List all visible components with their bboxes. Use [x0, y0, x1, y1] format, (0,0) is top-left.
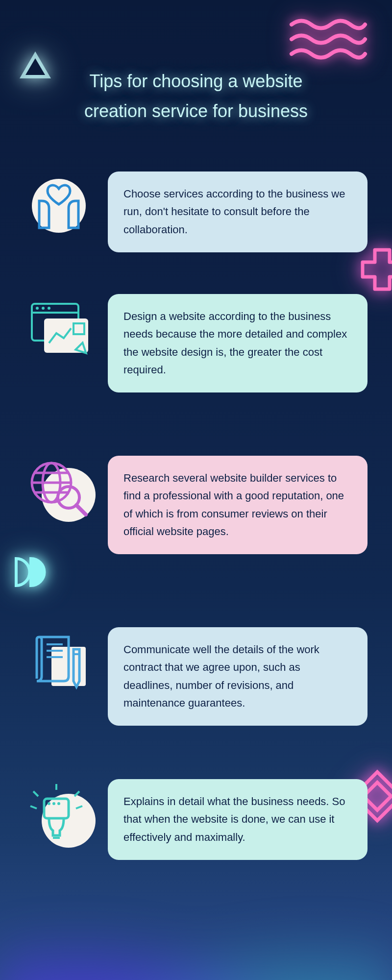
- svg-point-22: [48, 802, 50, 805]
- neon-waves-icon: [289, 17, 368, 61]
- svg-line-29: [74, 791, 79, 796]
- svg-rect-21: [44, 799, 69, 818]
- neon-cross-icon: [358, 245, 392, 294]
- svg-point-5: [42, 307, 45, 310]
- svg-point-6: [48, 307, 50, 310]
- tip-card: Communicate well the details of the work…: [108, 627, 368, 726]
- svg-point-4: [36, 307, 39, 310]
- document-pencil-icon: [24, 627, 93, 696]
- tip-card: Explains in detail what the business nee…: [108, 779, 368, 860]
- svg-point-24: [57, 802, 60, 805]
- bottom-glow: [0, 882, 392, 980]
- tip-text: Communicate well the details of the work…: [123, 643, 319, 709]
- svg-line-28: [76, 806, 82, 808]
- tip-card: Choose services according to the busines…: [108, 172, 368, 252]
- svg-point-23: [52, 802, 55, 805]
- lightbulb-icon: [24, 779, 93, 848]
- page-title: Tips for choosing a website creation ser…: [59, 66, 333, 126]
- hands-heart-icon: [24, 172, 93, 240]
- tip-item: Research several website builder service…: [24, 456, 368, 554]
- neon-triangle-icon: [20, 51, 51, 78]
- tip-card: Research several website builder service…: [108, 456, 368, 554]
- tip-card: Design a website according to the busine…: [108, 294, 368, 392]
- svg-line-27: [33, 791, 38, 796]
- tip-text: Design a website according to the busine…: [123, 310, 347, 376]
- tip-text: Research several website builder service…: [123, 472, 344, 538]
- svg-line-15: [76, 505, 86, 514]
- tip-text: Choose services according to the busines…: [123, 188, 345, 236]
- neon-dd-icon: [12, 554, 49, 590]
- globe-search-icon: [24, 456, 93, 524]
- tip-item: Design a website according to the busine…: [24, 294, 368, 392]
- tip-item: Communicate well the details of the work…: [24, 627, 368, 726]
- webpage-chart-icon: [24, 294, 93, 363]
- svg-rect-1: [364, 783, 392, 810]
- tip-item: Explains in detail what the business nee…: [24, 779, 368, 860]
- tip-text: Explains in detail what the business nee…: [123, 795, 345, 843]
- tip-item: Choose services according to the busines…: [24, 172, 368, 252]
- svg-line-26: [30, 806, 37, 808]
